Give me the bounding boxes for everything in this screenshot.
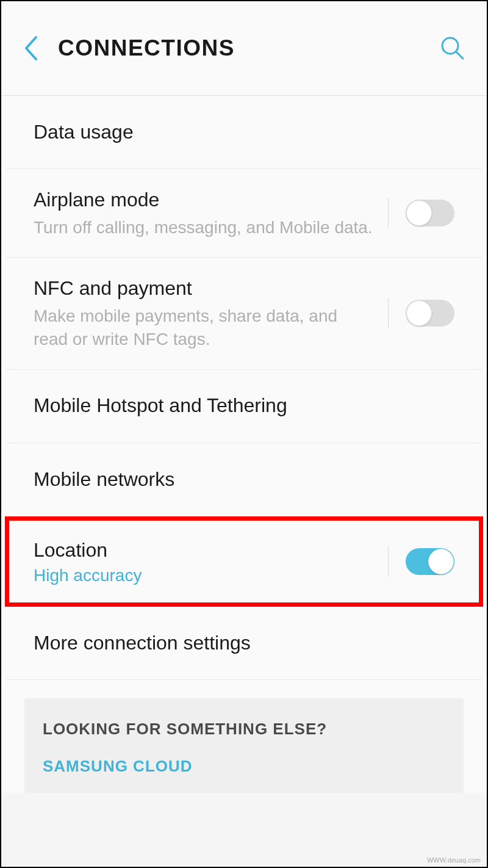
search-icon bbox=[440, 35, 465, 61]
search-button[interactable] bbox=[440, 35, 465, 61]
setting-subtitle: High accuracy bbox=[34, 566, 376, 585]
setting-title: Airplane mode bbox=[34, 187, 376, 213]
location-toggle[interactable] bbox=[406, 548, 454, 575]
looking-for-title: LOOKING FOR SOMETHING ELSE? bbox=[43, 720, 445, 739]
toggle-knob bbox=[428, 549, 454, 574]
samsung-cloud-link[interactable]: SAMSUNG CLOUD bbox=[43, 757, 445, 776]
app-header: CONNECTIONS bbox=[1, 1, 487, 96]
airplane-mode-toggle[interactable] bbox=[406, 200, 454, 226]
settings-list: Data usage Airplane mode Turn off callin… bbox=[1, 96, 487, 793]
setting-title: Mobile networks bbox=[34, 467, 454, 493]
setting-subtitle: Make mobile payments, share data, and re… bbox=[34, 305, 376, 351]
setting-airplane-mode[interactable]: Airplane mode Turn off calling, messagin… bbox=[6, 169, 482, 258]
svg-line-1 bbox=[456, 52, 463, 59]
nfc-toggle[interactable] bbox=[406, 300, 454, 327]
setting-title: Location bbox=[34, 538, 376, 563]
divider bbox=[388, 298, 389, 328]
setting-subtitle: Turn off calling, messaging, and Mobile … bbox=[34, 216, 376, 239]
watermark: WWW.deuaq.com bbox=[427, 856, 481, 864]
setting-location[interactable]: Location High accuracy bbox=[9, 521, 479, 603]
setting-nfc-payment[interactable]: NFC and payment Make mobile payments, sh… bbox=[6, 258, 482, 369]
page-title: CONNECTIONS bbox=[58, 35, 440, 61]
back-button[interactable] bbox=[23, 35, 40, 62]
setting-title: Data usage bbox=[34, 120, 454, 145]
setting-more-connections[interactable]: More connection settings bbox=[6, 607, 482, 680]
setting-mobile-networks[interactable]: Mobile networks bbox=[6, 443, 482, 516]
setting-title: Mobile Hotspot and Tethering bbox=[34, 393, 454, 419]
setting-title: NFC and payment bbox=[34, 276, 376, 302]
divider bbox=[388, 198, 389, 228]
setting-title: More connection settings bbox=[34, 631, 454, 656]
setting-hotspot-tethering[interactable]: Mobile Hotspot and Tethering bbox=[6, 370, 482, 443]
divider bbox=[388, 546, 389, 577]
chevron-left-icon bbox=[23, 35, 40, 62]
toggle-knob bbox=[406, 300, 432, 326]
looking-for-card: LOOKING FOR SOMETHING ELSE? SAMSUNG CLOU… bbox=[24, 698, 464, 793]
highlight-annotation: Location High accuracy bbox=[5, 516, 483, 607]
toggle-knob bbox=[406, 200, 432, 226]
setting-data-usage[interactable]: Data usage bbox=[6, 96, 482, 169]
